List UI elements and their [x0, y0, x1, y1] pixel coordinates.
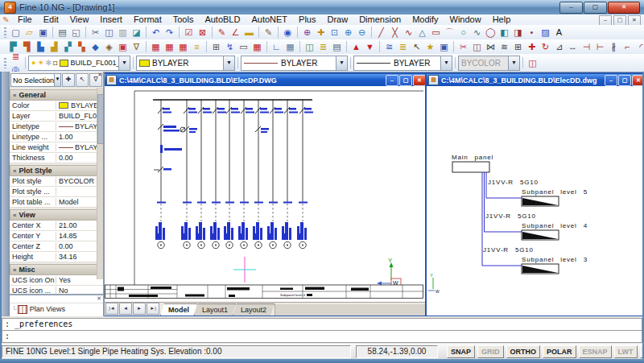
property-row[interactable]: Center Z0.00: [10, 241, 103, 252]
draw-polyline-icon[interactable]: ∿: [402, 26, 415, 39]
net-levels-icon[interactable]: ≡: [190, 40, 204, 53]
property-row[interactable]: Plot table ...Model: [10, 197, 103, 208]
erase-icon[interactable]: ✂: [456, 40, 470, 53]
paste-icon[interactable]: ▥: [116, 26, 130, 39]
bld-3d-view-icon[interactable]: ◆: [89, 40, 102, 53]
draw-ellipse-icon[interactable]: ◯: [484, 26, 497, 39]
layer-lock-icon[interactable]: ◘: [53, 59, 57, 67]
array-icon[interactable]: ⊞: [511, 40, 525, 53]
chevron-down-icon[interactable]: ▼: [336, 56, 347, 70]
property-row[interactable]: LinetypeBYLAYER: [10, 122, 103, 132]
circuit-grid-icon[interactable]: ▦: [250, 40, 264, 53]
layer-properties-icon[interactable]: ≣: [9, 50, 23, 63]
draw-construction-line-icon[interactable]: ╳: [388, 26, 402, 39]
draw-spline-icon[interactable]: ∿: [470, 26, 484, 39]
draw-arc-icon[interactable]: ⌒: [443, 26, 456, 39]
sketch-pen-icon[interactable]: ✎: [262, 26, 275, 39]
drawing-canvas-single-line-diagram[interactable]: Y W ✕: [105, 86, 427, 302]
zoom-window-icon[interactable]: ⊡: [328, 26, 341, 39]
mirror-icon[interactable]: ⋈: [484, 40, 497, 53]
linetype-control-dropdown[interactable]: BYLAYER ▼: [241, 56, 348, 71]
next-tab-button[interactable]: ►: [133, 303, 146, 315]
child-close-button[interactable]: ✕: [413, 75, 426, 86]
coordinates-readout[interactable]: 58.24,-1.39,0.00: [356, 345, 438, 358]
prev-tab-button[interactable]: ◄: [119, 303, 132, 315]
tab-layout2[interactable]: Layout2: [233, 303, 275, 316]
toggle-esnap[interactable]: ESNAP: [579, 345, 612, 358]
tab-model[interactable]: Model: [160, 303, 197, 316]
layer-control-dropdown[interactable]: ●☀✻◘ BUILD_FL001_US ▼: [28, 56, 130, 71]
panel-close-icon[interactable]: ✕: [97, 295, 101, 302]
property-row[interactable]: Plot style ...: [10, 187, 103, 197]
undo-icon[interactable]: ↶: [149, 26, 163, 39]
toolbar-grip[interactable]: [4, 27, 6, 38]
layer-on-bulb-icon[interactable]: ●: [31, 59, 35, 67]
drawing-window-title-bar[interactable]: ▤ C:\4M\CALC\8_3_BUILDING.BLD\ElecDP.DWG…: [105, 74, 427, 86]
box-edit-icon[interactable]: ▭: [237, 40, 250, 53]
menu-modify[interactable]: Modify: [407, 14, 444, 25]
net-panel-3-icon[interactable]: ▦: [176, 40, 190, 53]
menu-draw[interactable]: Draw: [321, 14, 353, 25]
property-row[interactable]: Height34.16: [10, 252, 103, 262]
copy-level-icon[interactable]: ◫: [303, 40, 316, 53]
make-block-icon[interactable]: ◨: [511, 26, 525, 39]
rotate-icon[interactable]: ↻: [539, 40, 552, 53]
redo-icon[interactable]: ↷: [163, 26, 176, 39]
property-row[interactable]: Thickness0.00: [10, 153, 103, 163]
plot-small-icon[interactable]: ▤: [330, 40, 344, 53]
move-icon[interactable]: ✚: [525, 40, 539, 53]
extend-icon[interactable]: ⊢: [593, 40, 607, 53]
menu-tools[interactable]: Tools: [167, 14, 200, 25]
bld-columns-icon[interactable]: ▚: [75, 40, 89, 53]
layer-stack-icon[interactable]: ≣: [316, 40, 330, 53]
draw-circle-icon[interactable]: ○: [456, 26, 470, 39]
close-button[interactable]: ✕: [608, 2, 640, 14]
menu-file[interactable]: File: [12, 14, 38, 25]
net-panel-2-icon[interactable]: ▦: [163, 40, 176, 53]
scale-icon[interactable]: ⊿: [552, 40, 566, 53]
menu-autonet[interactable]: AutoNET: [246, 14, 293, 25]
chevron-down-icon[interactable]: ▼: [223, 56, 234, 70]
table-edit-icon[interactable]: ⊞: [209, 40, 223, 53]
menu-window[interactable]: Window: [444, 14, 487, 25]
corner-tool-icon[interactable]: ∟: [270, 40, 283, 53]
zoom-out-icon[interactable]: ⊖: [355, 26, 369, 39]
toolbar-grip[interactable]: [4, 58, 6, 68]
selection-dropdown[interactable]: No Selection ▼: [10, 73, 61, 87]
measure-angle-icon[interactable]: ∠: [229, 26, 242, 39]
property-row[interactable]: LayerBUILD_FL001_: [10, 111, 103, 122]
section-header-misc[interactable]: «Misc▪: [10, 264, 103, 275]
toggle-ortho[interactable]: ORTHO: [506, 345, 541, 358]
select-objects-button[interactable]: ↖: [76, 73, 89, 87]
pan-icon[interactable]: ✚: [314, 26, 328, 39]
title-bar[interactable]: 4 Fine 10 NG - [Drawing1] – ▢ ✕: [0, 0, 644, 14]
minimize-button[interactable]: –: [559, 2, 583, 14]
maximize-button[interactable]: ▢: [584, 2, 607, 14]
child-minimize-button[interactable]: –: [386, 75, 398, 86]
command-input-line[interactable]: :: [2, 330, 642, 343]
grid-small-icon[interactable]: ▦: [283, 40, 297, 53]
draw-line-icon[interactable]: ╱: [374, 26, 388, 39]
draw-polygon-icon[interactable]: △: [415, 26, 429, 39]
pick-tool-icon[interactable]: ↖: [410, 40, 423, 53]
bld-rooms-icon[interactable]: ▙: [34, 40, 47, 53]
property-row[interactable]: Center X21.00: [10, 221, 103, 231]
match-properties-icon[interactable]: ◪: [130, 26, 143, 39]
last-tab-button[interactable]: ►|: [147, 303, 159, 315]
section-header-view[interactable]: «View▪: [10, 209, 103, 221]
offset-icon[interactable]: ≋: [497, 40, 511, 53]
plan-views-item[interactable]: └ Plan Views: [10, 303, 103, 315]
favorites-icon[interactable]: ★: [423, 40, 437, 53]
tab-layout1[interactable]: Layout1: [194, 303, 236, 316]
child-maximize-button[interactable]: ▢: [399, 75, 412, 86]
level-down-icon[interactable]: ▼: [363, 40, 377, 53]
section-header-general[interactable]: «General▪: [10, 89, 103, 101]
level-up-icon[interactable]: ▲: [349, 40, 363, 53]
draw-rectangle-icon[interactable]: ▭: [429, 26, 443, 39]
toggle-polar[interactable]: POLAR: [543, 345, 576, 358]
make-object-layer-current-icon[interactable]: ◫: [526, 56, 539, 69]
child-maximize-button[interactable]: ▢: [618, 75, 631, 86]
property-row[interactable]: Center Y14.85: [10, 231, 103, 241]
save-file-icon[interactable]: ▣: [36, 26, 50, 39]
palette-close-icon[interactable]: ✕: [97, 72, 102, 78]
